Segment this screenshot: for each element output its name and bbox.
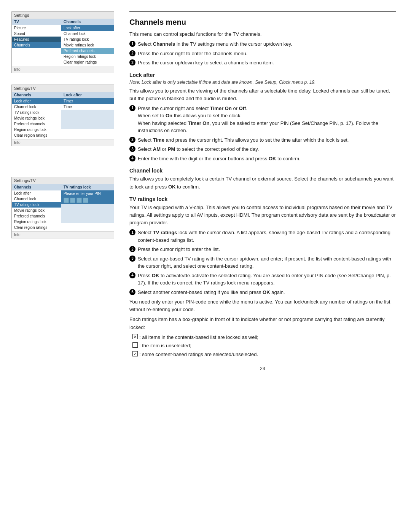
step-num-2: 2	[129, 50, 135, 56]
menu2-right-time[interactable]: Time	[61, 104, 114, 110]
menu1-right-prefered[interactable]: Prefered channels	[61, 48, 114, 54]
bullet-item-1: ✕ : all items in the contents-based list…	[132, 334, 396, 341]
lock-step-3-text: Select AM or PM to select the correct pe…	[138, 145, 259, 153]
right-panel: Channels menu This menu can control spec…	[122, 0, 411, 532]
channel-lock-title: Channel lock	[129, 168, 396, 174]
lock-step-2: 2 Select Time and press the cursor right…	[129, 136, 396, 144]
menu3-item-clear-region[interactable]: Clear region ratings	[12, 225, 61, 230]
menu2-item-channel-lock[interactable]: Channel lock	[12, 104, 61, 110]
lock-step-3: 3 Select AM or PM to select the correct …	[129, 145, 396, 153]
bullet-3-text: : some content-based ratings are selecte…	[139, 351, 258, 358]
tv-ratings-step-1-text: Select TV ratings lock with the cursor d…	[138, 229, 396, 244]
tv-ratings-step-1: 1 Select TV ratings lock with the cursor…	[129, 229, 396, 244]
lock-step-num-3: 3	[129, 146, 135, 152]
tv-ratings-step-4-text: Press OK to activate/de-activate the sel…	[138, 272, 396, 287]
menu1-info: Info	[12, 66, 114, 73]
menu1-item-picture[interactable]: Picture	[12, 25, 61, 31]
step-num-3: 3	[129, 59, 135, 66]
menu3-info: Info	[12, 231, 114, 238]
lock-step-num-4: 4	[129, 155, 135, 161]
menu1-right-clear-region[interactable]: Clear region ratings	[61, 59, 114, 65]
tv-ratings-step-3: 3 Select an age-based TV rating with the…	[129, 255, 396, 270]
lock-step-2-text: Select Time and press the cursor right. …	[138, 136, 349, 144]
menu3-item-channel-lock[interactable]: Channel lock	[12, 196, 61, 202]
lock-after-title: Lock after	[129, 72, 396, 78]
menu2-item-clear-region[interactable]: Clear region ratings	[12, 133, 61, 138]
tv-ratings-step-num-5: 5	[129, 289, 135, 295]
tv-ratings-title: TV ratings lock	[129, 196, 396, 202]
lock-step-num-1: 1	[129, 105, 135, 111]
menu1-right-col: Channels Lock after Channel lock TV rati…	[61, 19, 114, 65]
menu1-right-tv-ratings[interactable]: TV ratings lock	[61, 37, 114, 42]
top-divider	[129, 11, 396, 12]
tv-ratings-step-4: 4 Press OK to activate/de-activate the s…	[129, 272, 396, 287]
menu1-right-region-ratings[interactable]: Region ratings lock	[61, 54, 114, 59]
menu3-item-movie-ratings[interactable]: Movie ratings lock	[12, 208, 61, 213]
box-icon-x: ✕	[132, 334, 138, 339]
tv-ratings-steps: 1 Select TV ratings lock with the cursor…	[129, 229, 396, 296]
lock-step-4-text: Enter the time with the digit or the cur…	[138, 155, 301, 163]
main-step-1: 1 Select Channels in the TV settings men…	[129, 40, 396, 48]
menu2-item-movie-ratings[interactable]: Movie ratings lock	[12, 115, 61, 121]
menu1-item-features[interactable]: Features	[12, 37, 61, 42]
tv-ratings-body1: Your TV is equipped with a V-chip. This …	[129, 204, 396, 227]
tv-ratings-step-5-text: Select another content-based rating if y…	[138, 289, 285, 296]
tv-ratings-body2: You need only enter your PIN-code once w…	[129, 298, 396, 313]
menu2-right-col: Lock after Timer Time	[61, 92, 114, 138]
step-num-1: 1	[129, 41, 135, 47]
menu2-item-tv-ratings[interactable]: TV ratings lock	[12, 110, 61, 115]
menu3-right-header: TV ratings lock	[61, 184, 114, 190]
menu3-right-col: TV ratings lock Please enter your PIN	[61, 184, 114, 230]
pin-box-4[interactable]	[83, 198, 88, 203]
menu1-right-movie-ratings[interactable]: Movie ratings lock	[61, 42, 114, 48]
lock-after-steps: 1 Press the cursor right and select Time…	[129, 105, 396, 163]
menu2-left-header: Channels	[12, 92, 61, 98]
tv-ratings-body3: Each ratings item has a box-graphic in f…	[129, 316, 396, 331]
main-step-2: 2 Press the cursor right to enter the ch…	[129, 50, 396, 58]
menu3-left-col: Channels Lock after Channel lock TV rati…	[12, 184, 61, 230]
tv-ratings-step-num-1: 1	[129, 229, 135, 235]
menu1-item-sound[interactable]: Sound	[12, 31, 61, 37]
menu3-item-prefered[interactable]: Prefered channels	[12, 213, 61, 219]
bullet-item-3: ✓ : some content-based ratings are selec…	[132, 351, 396, 358]
tv-ratings-step-2-text: Press the cursor right to enter the list…	[138, 246, 220, 253]
menu1-left-col: TV Picture Sound Features Channels	[12, 19, 61, 65]
lock-step-1: 1 Press the cursor right and select Time…	[129, 105, 396, 134]
menu2-info: Info	[12, 139, 114, 146]
main-step-3: 3 Press the cursor up/down key to select…	[129, 59, 396, 67]
menu1-right-lock-after[interactable]: Lock after	[61, 25, 114, 31]
menu3-pin-input[interactable]	[61, 197, 114, 204]
menu1-right-channel-lock[interactable]: Channel lock	[61, 31, 114, 37]
menu2-right-timer[interactable]: Timer	[61, 98, 114, 104]
left-panel: Settings TV Picture Sound Features Chann…	[0, 0, 122, 532]
channel-lock-body: This allows you to completely lock a cer…	[129, 175, 396, 190]
box-icon-empty	[132, 342, 138, 348]
menu1-left-header: TV	[12, 19, 61, 25]
pin-box-2[interactable]	[70, 198, 75, 203]
tv-menu-2: Settings/TV Channels Lock after Channel …	[11, 85, 114, 146]
page-number: 24	[129, 366, 396, 371]
main-step-2-text: Press the cursor right to enter the chan…	[138, 50, 247, 58]
menu3-item-tv-ratings[interactable]: TV ratings lock	[12, 202, 61, 208]
menu3-title: Settings/TV	[12, 177, 114, 184]
lock-step-1-text: Press the cursor right and select Timer …	[138, 105, 396, 134]
menu3-left-header: Channels	[12, 184, 61, 190]
bullet-2-text: : the item is unselected;	[139, 342, 191, 350]
main-step-1-text: Select Channels in the TV settings menu …	[138, 40, 292, 48]
menu1-item-channels[interactable]: Channels	[12, 42, 61, 48]
menu3-pin-label: Please enter your PIN	[61, 190, 114, 197]
bullet-item-2: : the item is unselected;	[132, 342, 396, 350]
menu3-item-lock-after[interactable]: Lock after	[12, 190, 61, 196]
pin-box-3[interactable]	[76, 198, 82, 203]
menu2-item-prefered[interactable]: Prefered channels	[12, 121, 61, 127]
lock-step-num-2: 2	[129, 137, 135, 143]
section-title: Channels menu	[129, 18, 396, 27]
pin-box-1[interactable]	[64, 198, 69, 203]
menu3-item-region-ratings[interactable]: Region ratings lock	[12, 219, 61, 225]
menu2-title: Settings/TV	[12, 85, 114, 92]
menu2-item-region-ratings[interactable]: Region ratings lock	[12, 127, 61, 133]
tv-ratings-step-3-text: Select an age-based TV rating with the c…	[138, 255, 396, 270]
tv-ratings-step-num-2: 2	[129, 246, 135, 252]
menu1-title: Settings	[12, 12, 114, 19]
menu2-item-lock-after[interactable]: Lock after	[12, 98, 61, 104]
